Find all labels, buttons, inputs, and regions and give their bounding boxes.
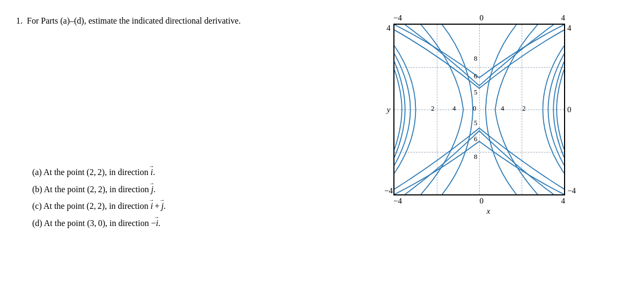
top-label-right: 4	[561, 13, 566, 23]
part-a-direction: i	[151, 165, 153, 179]
part-c: (c) At the point (2, 2), in direction i …	[32, 199, 338, 213]
inside-x-2-left: 2	[431, 104, 435, 113]
problem-title: 1. For Parts (a)–(d), estimate the indic…	[16, 16, 338, 26]
side-right-bot: −4	[567, 186, 576, 195]
y-axis-label: y	[387, 105, 391, 114]
problem-text: For Parts (a)–(d), estimate the indicate…	[27, 16, 241, 25]
bottom-label-right: 4	[561, 197, 566, 206]
side-right-mid: 0	[567, 105, 576, 114]
x-axis-label: x	[384, 207, 582, 216]
part-c-label: (c)	[32, 201, 42, 210]
side-right-top: 4	[567, 24, 576, 33]
part-b-direction: j	[151, 183, 153, 197]
part-b-label: (b)	[32, 185, 42, 194]
graph-wrapper: −4 0 4 4 y −4	[384, 13, 582, 216]
part-c-direction-j: j	[161, 199, 163, 213]
problem-number: 1.	[16, 16, 23, 25]
parts-list: (a) At the point (2, 2), in direction i.…	[16, 165, 338, 230]
part-d: (d) At the point (3, 0), in direction −i…	[32, 216, 338, 230]
inside-y-8-down: 8	[474, 152, 478, 161]
inside-origin-0: 0	[473, 104, 477, 113]
inside-y-5-up: 5	[474, 88, 478, 97]
top-label-left: −4	[393, 13, 402, 23]
part-c-direction-i: i	[151, 199, 153, 213]
inside-y-6-down: 6	[474, 135, 478, 143]
inside-x-2-right: 2	[522, 104, 526, 113]
part-d-direction: i	[156, 216, 158, 230]
bottom-label-mid: 0	[479, 197, 484, 206]
inside-y-6-top: 6	[474, 72, 478, 81]
part-d-label: (d)	[32, 219, 42, 228]
graph-section: −4 0 4 4 y −4	[338, 11, 628, 280]
contour-svg	[394, 25, 564, 194]
bottom-label-left: −4	[393, 197, 402, 206]
right-label-top: 4	[386, 24, 391, 33]
right-label-bottom: −4	[384, 186, 393, 195]
part-b: (b) At the point (2, 2), in direction j.	[32, 183, 338, 197]
inside-y-8-top: 8	[474, 54, 478, 63]
graph-container: 2 4 4 2 0 8 6 5 5 6 8	[393, 24, 565, 195]
inside-x-4-left: 4	[452, 104, 456, 113]
part-a-label: (a)	[32, 168, 42, 177]
part-a: (a) At the point (2, 2), in direction i.	[32, 165, 338, 179]
inside-y-5-down: 5	[474, 119, 478, 127]
inside-x-4-right: 4	[501, 104, 504, 113]
top-label-mid: 0	[479, 13, 484, 23]
